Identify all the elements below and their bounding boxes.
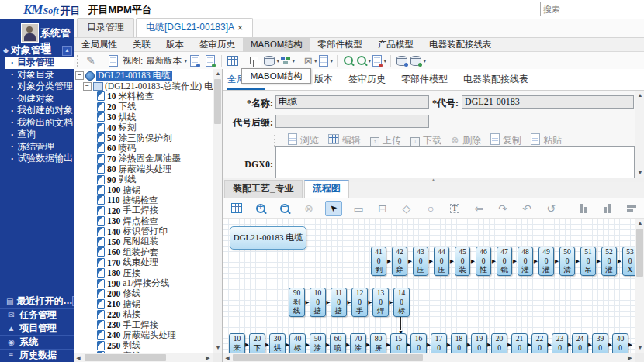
flow-node[interactable]: 510吊 [580, 247, 596, 276]
tree-vertical-scrollbar[interactable]: ▲ ▼ [213, 69, 222, 353]
database-icon[interactable]: ▾ [263, 53, 280, 67]
view-doc-icon[interactable] [106, 53, 121, 67]
scrollbar-thumb[interactable] [214, 79, 221, 124]
db-config-icon[interactable] [394, 53, 410, 67]
zoom-in-icon[interactable]: + [253, 202, 268, 215]
dropdown-caret-icon[interactable]: ▾ [368, 57, 371, 64]
flow-node[interactable]: 500清 [559, 247, 575, 276]
flow-node[interactable]: 480灌 [518, 247, 533, 276]
scroll-up-icon[interactable]: ▲ [213, 69, 223, 78]
view-value[interactable]: 最新版本 [146, 55, 182, 67]
flow-node[interactable]: 40标 [289, 333, 306, 353]
align-top-icon[interactable] [624, 202, 639, 215]
scroll-left-icon[interactable]: ◀ [223, 353, 232, 362]
scroll-up-icon[interactable]: ▲ [635, 91, 644, 100]
uturn-arrow-icon[interactable]: ↷ [495, 202, 511, 215]
sidebar-group[interactable]: ≡ 历史数据 [0, 349, 74, 362]
name-field[interactable] [275, 95, 429, 109]
close-tab-icon[interactable]: × [237, 24, 243, 32]
tab[interactable]: 目录管理 [77, 18, 134, 37]
suffix-field[interactable] [275, 115, 429, 128]
tab[interactable]: 电缆[DGL21-00183]A × [136, 18, 253, 37]
dropdown-caret-icon[interactable]: ▾ [276, 57, 279, 64]
scrollbar-thumb[interactable] [636, 229, 643, 277]
tree-operation[interactable]: 130 焊点检查 [74, 215, 213, 226]
scroll-down-icon[interactable]: ▼ [213, 343, 223, 353]
search-icon[interactable] [341, 53, 356, 67]
flow-node[interactable]: 30烘 [269, 333, 286, 353]
form-vertical-scrollbar[interactable]: ▲ ▼ [635, 91, 644, 178]
collapse-node-icon[interactable]: − [83, 82, 92, 91]
search-box[interactable] [540, 2, 642, 16]
tab[interactable]: MABOM结构 [243, 38, 310, 52]
dropdown-caret-icon[interactable]: ▾ [314, 57, 317, 64]
ellipse-shape-icon[interactable]: ○ [423, 202, 438, 215]
flow-node[interactable]: 120手 [351, 288, 368, 317]
flow-node[interactable]: 130焊 [372, 288, 389, 317]
tree-operation[interactable]: 50 涂三防保护剂 [74, 133, 213, 143]
flow-node[interactable]: 10来 [229, 333, 245, 353]
dropdown-caret-icon[interactable]: ▾ [423, 57, 426, 64]
arrow-left-icon[interactable]: ⇦ [471, 202, 486, 215]
tree-horizontal-scrollbar[interactable]: ◀ ▶ [74, 353, 213, 362]
scroll-down-icon[interactable]: ▼ [635, 168, 644, 178]
tree-operation[interactable]: 180 压接 [74, 267, 213, 278]
align-left-icon[interactable] [576, 202, 591, 215]
collapse-section-icon[interactable]: ▲ [62, 46, 72, 56]
sidebar-item[interactable]: ·对象目录 [0, 69, 74, 81]
doc-gear-icon[interactable] [187, 53, 203, 67]
flow-node[interactable]: 200 [491, 333, 507, 353]
flow-node[interactable]: 90剥线 [289, 288, 305, 317]
tab[interactable]: 零部件模型 [401, 73, 448, 90]
tree-operation[interactable]: 110 搪锡检查 [74, 195, 213, 205]
sidebar-item[interactable]: ·我检出的文档 [0, 117, 74, 129]
dropdown-caret-icon[interactable]: ▾ [383, 57, 386, 64]
tree-operation[interactable]: 240 屏蔽端头处理 [74, 330, 213, 340]
tree-operation[interactable]: 170 线束处理 [74, 257, 213, 267]
edit-pencil-icon[interactable]: ✎ [83, 53, 99, 67]
frame-icon[interactable]: ⊠▾ [303, 53, 318, 67]
flow-node[interactable]: 440压 [434, 247, 449, 276]
flow-node[interactable]: 460性 [476, 247, 491, 276]
zoom-out-icon[interactable]: − [277, 202, 293, 215]
tree-operation[interactable]: 90 剥线 [74, 174, 213, 184]
align-right-icon[interactable] [600, 202, 615, 215]
tab[interactable]: 电器装配接线表 [463, 73, 528, 90]
flow-node[interactable]: 410剥 [371, 247, 386, 276]
doc-icon[interactable]: ▾ [318, 53, 334, 67]
table-edit-icon[interactable] [225, 53, 241, 67]
tab[interactable]: 电器装配接线表 [421, 38, 500, 52]
flow-node[interactable]: 160 [410, 333, 427, 353]
toolbar-grip[interactable] [77, 55, 80, 67]
tab[interactable]: 版本 [158, 38, 192, 52]
scroll-right-icon[interactable]: ▶ [203, 353, 213, 362]
db-edit-icon[interactable]: ▾ [410, 53, 427, 67]
tree-node[interactable]: − DGL21-00183 电缆 [74, 71, 213, 81]
dropdown-caret-icon[interactable]: ▾ [292, 57, 295, 64]
sidebar-group[interactable]: ✉ 任务管理 [0, 308, 74, 322]
flow-node[interactable]: 100搪 [310, 288, 326, 317]
flow-node[interactable]: 420穿 [392, 247, 407, 276]
flow-node[interactable]: 60喷 [330, 333, 346, 353]
flow-node[interactable]: 400 [612, 333, 628, 353]
sidebar-item[interactable]: ·创建对象 [0, 93, 74, 105]
avatar[interactable] [21, 23, 39, 43]
doc-add-icon[interactable] [203, 53, 218, 67]
process-shape-icon[interactable]: ▭ [351, 202, 366, 215]
flow-node[interactable]: 490灌 [538, 247, 554, 276]
subprocess-shape-icon[interactable]: ⊟ [375, 202, 390, 215]
scroll-down-icon[interactable]: ▼ [635, 343, 644, 353]
decision-shape-icon[interactable]: ◇ [399, 202, 414, 215]
sidebar-item[interactable]: ·我创建的对象 [0, 105, 74, 117]
tab[interactable]: 全局属性 [74, 38, 125, 52]
pointer-icon[interactable]: ➤ [325, 201, 342, 216]
sidebar-group[interactable]: ▲ 项目管理 [0, 322, 74, 336]
flow-node[interactable]: 390 [592, 333, 608, 353]
delete-icon[interactable]: ⊗ [301, 202, 317, 215]
tree-operation[interactable]: 40 标刻 [74, 122, 213, 133]
flow-node[interactable]: 230 [552, 333, 568, 353]
code-field[interactable] [462, 95, 634, 109]
sidebar-item[interactable]: ·冻结管理 [0, 141, 74, 153]
doc-export-icon[interactable]: ▾ [372, 53, 387, 67]
scroll-up-icon[interactable]: ▲ [635, 219, 644, 228]
